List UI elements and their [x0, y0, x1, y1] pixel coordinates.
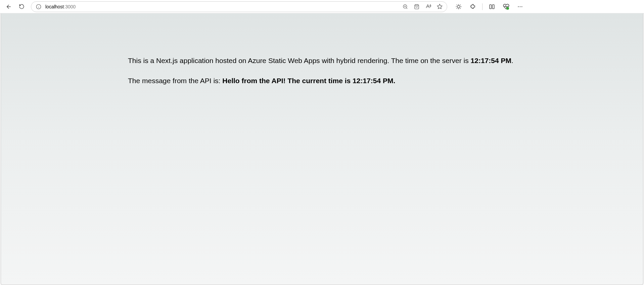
refresh-button[interactable] [16, 1, 27, 12]
address-bar[interactable]: localhost:3000 [31, 1, 447, 12]
url-port: :3000 [64, 4, 76, 9]
svg-point-17 [521, 6, 522, 7]
extensions-icon[interactable] [467, 1, 478, 12]
line1-suffix: . [511, 57, 513, 64]
favorite-icon[interactable] [436, 3, 443, 10]
health-icon[interactable] [501, 1, 511, 12]
extension-bug-icon[interactable] [453, 1, 464, 12]
api-message-paragraph: The message from the API is: Hello from … [128, 76, 516, 86]
page-viewport: This is a Next.js application hosted on … [1, 13, 643, 285]
server-time-paragraph: This is a Next.js application hosted on … [128, 56, 516, 66]
shopping-icon[interactable] [413, 3, 420, 10]
url-host: localhost [45, 4, 64, 9]
api-message-value: Hello from the API! The current time is … [222, 77, 395, 84]
toolbar-divider [482, 3, 482, 10]
svg-rect-12 [490, 5, 491, 9]
line1-prefix: This is a Next.js application hosted on … [128, 57, 471, 64]
server-time-value: 12:17:54 PM [471, 57, 511, 64]
url-text: localhost:3000 [45, 4, 399, 9]
zoom-icon[interactable] [402, 3, 409, 10]
read-aloud-icon[interactable] [425, 3, 431, 10]
svg-rect-13 [493, 5, 494, 9]
site-info-icon[interactable] [35, 3, 42, 10]
svg-point-11 [457, 5, 460, 8]
page-content: This is a Next.js application hosted on … [63, 56, 581, 86]
svg-line-5 [406, 8, 407, 9]
svg-point-14 [506, 7, 509, 10]
browser-toolbar: localhost:3000 [0, 0, 644, 13]
split-screen-icon[interactable] [487, 1, 497, 12]
svg-point-16 [520, 6, 520, 7]
more-menu-icon[interactable] [515, 1, 525, 12]
back-button[interactable] [3, 1, 14, 12]
line2-prefix: The message from the API is: [128, 77, 222, 84]
svg-marker-10 [437, 4, 442, 8]
svg-point-15 [518, 6, 519, 7]
